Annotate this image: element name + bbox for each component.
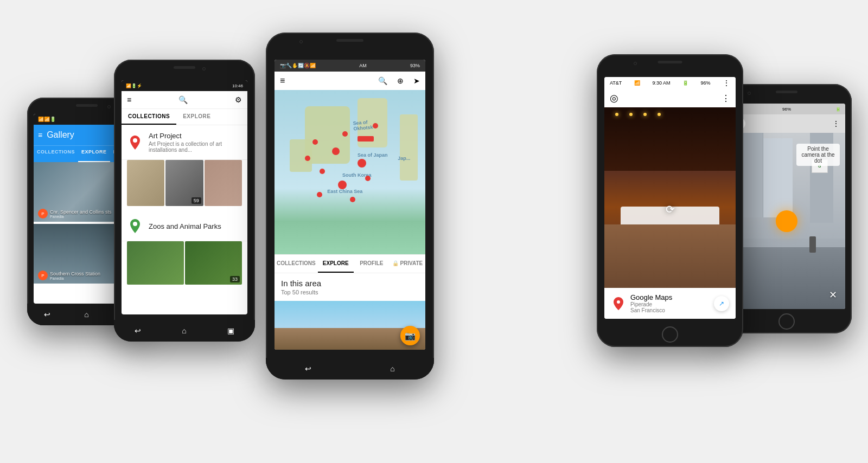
collection-info-art: Art Project Art Project is a collection …: [149, 132, 242, 153]
battery-3: 93%: [410, 63, 420, 68]
status-icons-left-2: 📶🔋⚡: [126, 83, 142, 88]
cam-toolbar: ◎ ⋮: [728, 114, 845, 133]
camera-instruction-text: Point the camera at the dot: [796, 144, 840, 166]
map-tab-collections[interactable]: COLLECTIONS: [275, 255, 318, 273]
phone-2-collections: 📶🔋⚡ 10:46 ≡ 🔍 ⚙ COLLECTIONS EXPLORE: [114, 60, 255, 342]
map-pin-7: [320, 169, 325, 174]
tab-collections[interactable]: COLLECTIONS: [34, 146, 78, 162]
carrier-4: AT&T: [610, 80, 622, 86]
settings-icon-2[interactable]: ⚙: [235, 95, 242, 104]
map-tab-private[interactable]: 🔒 PRIVATE: [390, 255, 425, 273]
navigation-icon-3[interactable]: ➤: [413, 76, 420, 85]
search-icon-2[interactable]: 🔍: [178, 95, 188, 104]
coll-count-1: 59: [192, 197, 201, 204]
status-time-3: AM: [359, 63, 367, 68]
sv-lights: [615, 113, 661, 116]
map-pin-4: [358, 159, 366, 168]
image-sublabel-2: Panedia: [50, 276, 100, 280]
hamburger-icon-2[interactable]: ≡: [127, 95, 131, 104]
collection-name-zoos: Zoos and Animal Parks: [149, 222, 221, 230]
coll-toolbar: ≡ 🔍 ⚙: [122, 91, 247, 109]
image-sublabel-1: Panedia: [50, 215, 112, 218]
map-pin-9: [312, 139, 318, 145]
back-nav-3[interactable]: ↩: [305, 364, 311, 373]
svg-point-1: [133, 222, 137, 226]
in-this-area-card: In this area Top 50 results: [275, 273, 425, 301]
in-this-area-subtitle: Top 50 results: [281, 289, 419, 295]
sv-ceiling: [604, 107, 736, 179]
home-nav-2[interactable]: ⌂: [182, 326, 186, 335]
compass-icon-4[interactable]: ◎: [610, 92, 618, 104]
status-bar-3: 📷🔧✋🔄🔕📶 AM 93%: [275, 60, 425, 72]
collection-zoos[interactable]: Zoos and Animal Parks: [122, 211, 247, 241]
svg-point-0: [133, 138, 137, 143]
camera-fab-3[interactable]: 📷: [400, 326, 420, 345]
recent-nav-2[interactable]: ▣: [227, 326, 234, 335]
camera-target-dot[interactable]: [776, 210, 797, 232]
map-toolbar: ≡ 🔍 ⊕ ➤: [275, 72, 425, 90]
sv-bottom-card: Google Maps Piperade San Francisco ↗: [604, 288, 736, 319]
more-icon-5[interactable]: ⋮: [832, 119, 840, 128]
camera-text-label: Point the camera at the dot: [801, 146, 834, 164]
more-icon-4[interactable]: ⋮: [723, 79, 730, 87]
coll-count-2: 33: [230, 276, 240, 282]
collection-art-project[interactable]: Art Project Art Project is a collection …: [122, 125, 247, 160]
sv-toolbar: ◎ ⋮: [604, 89, 736, 107]
image-label-1: Cnr. Spencer and Collins sts: [50, 209, 112, 215]
coll-thumb-2[interactable]: 59: [165, 160, 203, 206]
maps-pin-icon-2: [127, 218, 143, 234]
close-button-5[interactable]: ✕: [829, 289, 837, 301]
sv-place-name: Google Maps: [630, 293, 672, 301]
target-icon-3[interactable]: ⊕: [397, 76, 404, 85]
status-icons-left: 📶📶🔋: [38, 117, 56, 122]
more-icon-4b[interactable]: ⋮: [722, 93, 730, 104]
battery-icon-4: 🔋: [682, 80, 688, 86]
map-pin-1: [373, 123, 378, 128]
avatar-2: P: [38, 271, 48, 280]
cam-road: [728, 247, 845, 309]
coll-thumb-5[interactable]: 33: [185, 241, 242, 285]
back-nav-2[interactable]: ↩: [135, 326, 141, 335]
gallery-title: Gallery: [47, 130, 74, 140]
map-area[interactable]: Sea ofOkhotsk Sea of Japan South Korea J…: [275, 90, 425, 254]
area-preview-image[interactable]: 📷: [275, 301, 425, 350]
map-pin-6: [338, 181, 347, 189]
collection-desc-art: Art Project is a collection of art insta…: [149, 141, 242, 153]
sv-floor: [604, 224, 736, 288]
battery-5: 96%: [782, 107, 791, 112]
status-bar-5: 📶 96% 🔋: [728, 104, 845, 114]
collection-name-art: Art Project: [149, 132, 242, 140]
search-icon-3[interactable]: 🔍: [378, 76, 387, 85]
home-nav-1[interactable]: ⌂: [84, 310, 88, 319]
map-tab-explore[interactable]: EXPLORE: [318, 255, 354, 273]
map-pin-8: [305, 156, 310, 161]
map-tab-profile[interactable]: PROFILE: [354, 255, 390, 273]
tab-coll-collections[interactable]: COLLECTIONS: [122, 109, 176, 125]
phone-4-streetview: AT&T 📶 9:30 AM 🔋 96% ⋮ ◎ ⋮: [597, 54, 743, 347]
tab-explore[interactable]: EXPLORE: [78, 146, 110, 162]
home-nav-3[interactable]: ⌂: [390, 364, 394, 373]
map-toolbar-icons: 📷🔧✋🔄🔕📶: [280, 63, 316, 68]
share-button-4[interactable]: ↗: [714, 296, 729, 311]
hamburger-icon[interactable]: ≡: [38, 131, 42, 139]
tab-coll-explore[interactable]: EXPLORE: [176, 109, 217, 125]
menu-icon-3[interactable]: ≡: [280, 76, 285, 86]
collection-info-zoos: Zoos and Animal Parks: [149, 222, 221, 230]
iphone-home-button-4[interactable]: [662, 326, 678, 343]
google-maps-icon: [611, 296, 626, 311]
back-nav-1[interactable]: ↩: [44, 310, 50, 319]
coll-thumb-4[interactable]: [127, 241, 184, 285]
collection-images-zoos: 33: [122, 241, 247, 290]
coll-thumb-3[interactable]: [205, 160, 242, 206]
coll-thumb-1[interactable]: [127, 160, 164, 206]
iphone-home-button-5[interactable]: [778, 313, 795, 330]
map-pin-5: [365, 176, 371, 181]
avatar-1: P: [38, 209, 48, 218]
battery-icon-5: 🔋: [835, 107, 841, 112]
nav-bar-3: ↩ ⌂: [266, 358, 434, 380]
nav-bar-2: ↩ ⌂ ▣: [114, 320, 255, 342]
street-view-image[interactable]: ⟳: [604, 107, 736, 288]
sv-card-info: Google Maps Piperade San Francisco: [630, 293, 672, 313]
camera-street-view[interactable]: G Point the camera at the dot ✕: [728, 133, 845, 309]
status-time-4: 9:30 AM: [652, 80, 670, 86]
